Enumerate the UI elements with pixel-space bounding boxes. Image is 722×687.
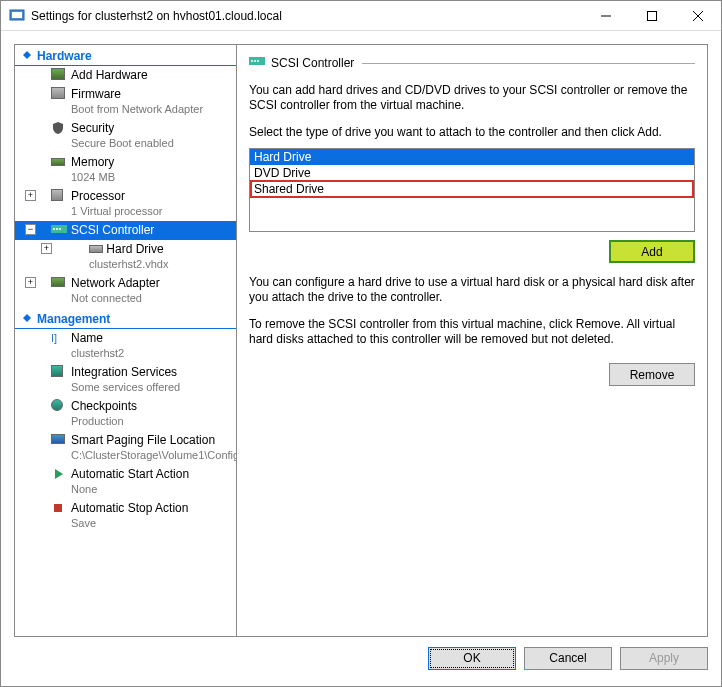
memory-icon — [51, 155, 67, 171]
panel-desc-2: Select the type of drive you want to att… — [249, 125, 695, 140]
section-hardware-label: Hardware — [37, 49, 92, 63]
maximize-button[interactable] — [629, 1, 675, 31]
firmware-icon — [51, 87, 67, 103]
management-section-icon — [21, 312, 33, 324]
panel-title: SCSI Controller — [271, 56, 354, 70]
section-management-label: Management — [37, 312, 110, 326]
cancel-button[interactable]: Cancel — [524, 647, 612, 670]
add-button[interactable]: Add — [609, 240, 695, 263]
tree-security[interactable]: Security Secure Boot enabled — [15, 119, 236, 153]
settings-tree: Hardware Add Hardware Firmware Boot from… — [15, 45, 237, 636]
tree-item-label: SCSI Controller — [71, 223, 154, 237]
auto-start-icon — [51, 467, 67, 483]
apply-button[interactable]: Apply — [620, 647, 708, 670]
tree-auto-start[interactable]: Automatic Start Action None — [15, 465, 236, 499]
tree-item-sub: clusterhst2.vhdx — [89, 257, 232, 272]
tree-item-label: Smart Paging File Location — [71, 433, 215, 447]
checkpoints-icon — [51, 399, 67, 415]
tree-network-adapter[interactable]: + Network Adapter Not connected — [15, 274, 236, 308]
name-icon: I] — [51, 331, 67, 347]
option-hard-drive[interactable]: Hard Drive — [250, 149, 694, 165]
panel-desc-3: You can configure a hard drive to use a … — [249, 275, 695, 305]
tree-smart-paging[interactable]: Smart Paging File Location C:\ClusterSto… — [15, 431, 236, 465]
tree-add-hardware[interactable]: Add Hardware — [15, 66, 236, 85]
tree-item-label: Automatic Start Action — [71, 467, 189, 481]
tree-checkpoints[interactable]: Checkpoints Production — [15, 397, 236, 431]
panel-desc-4: To remove the SCSI controller from this … — [249, 317, 695, 347]
option-dvd-drive[interactable]: DVD Drive — [250, 165, 694, 181]
tree-item-label: Processor — [71, 189, 125, 203]
auto-stop-icon — [51, 501, 67, 517]
svg-point-10 — [59, 228, 61, 230]
tree-item-label: Memory — [71, 155, 114, 169]
tree-item-sub: C:\ClusterStorage\Volume1\Config — [71, 448, 232, 463]
expand-toggle[interactable]: + — [25, 277, 36, 288]
drive-type-listbox[interactable]: Hard Drive DVD Drive Shared Drive — [249, 148, 695, 232]
hardware-section-icon — [21, 49, 33, 61]
app-icon — [9, 8, 25, 24]
minimize-button[interactable] — [583, 1, 629, 31]
tree-item-label: Hard Drive — [106, 242, 163, 256]
option-shared-drive[interactable]: Shared Drive — [250, 180, 694, 198]
tree-auto-stop[interactable]: Automatic Stop Action Save — [15, 499, 236, 533]
svg-point-17 — [254, 60, 256, 62]
tree-item-sub: None — [71, 482, 232, 497]
scsi-icon — [249, 55, 265, 71]
tree-firmware[interactable]: Firmware Boot from Network Adapter — [15, 85, 236, 119]
panel-desc-1: You can add hard drives and CD/DVD drive… — [249, 83, 695, 113]
tree-integration-services[interactable]: Integration Services Some services offer… — [15, 363, 236, 397]
svg-point-18 — [257, 60, 259, 62]
network-adapter-icon — [51, 276, 67, 292]
svg-rect-14 — [54, 504, 62, 512]
tree-hard-drive[interactable]: + Hard Drive clusterhst2.vhdx — [15, 240, 236, 274]
tree-processor[interactable]: + Processor 1 Virtual processor — [15, 187, 236, 221]
divider — [362, 63, 695, 64]
tree-item-sub: clusterhst2 — [71, 346, 232, 361]
tree-item-sub: Save — [71, 516, 232, 531]
remove-button[interactable]: Remove — [609, 363, 695, 386]
expand-toggle[interactable]: + — [25, 190, 36, 201]
expand-toggle[interactable]: − — [25, 224, 36, 235]
dialog-button-row: OK Cancel Apply — [14, 641, 708, 675]
tree-item-label: Network Adapter — [71, 276, 160, 290]
ok-button[interactable]: OK — [428, 647, 516, 670]
svg-marker-13 — [55, 469, 63, 479]
tree-item-label: Name — [71, 331, 103, 345]
hard-drive-icon — [89, 242, 103, 256]
titlebar: Settings for clusterhst2 on hvhost01.clo… — [1, 1, 721, 31]
svg-point-8 — [53, 228, 55, 230]
section-hardware: Hardware — [15, 45, 236, 66]
integration-icon — [51, 365, 67, 381]
svg-text:I]: I] — [51, 332, 57, 344]
tree-item-sub: Production — [71, 414, 232, 429]
tree-item-sub: Boot from Network Adapter — [71, 102, 232, 117]
tree-item-label: Add Hardware — [71, 68, 148, 82]
tree-scsi-controller[interactable]: − SCSI Controller — [15, 221, 236, 240]
svg-rect-3 — [648, 11, 657, 20]
tree-item-label: Security — [71, 121, 114, 135]
tree-item-label: Automatic Stop Action — [71, 501, 188, 515]
tree-name[interactable]: I] Name clusterhst2 — [15, 329, 236, 363]
smart-paging-icon — [51, 433, 67, 449]
close-button[interactable] — [675, 1, 721, 31]
detail-panel: SCSI Controller You can add hard drives … — [237, 45, 707, 636]
svg-point-9 — [56, 228, 58, 230]
svg-marker-6 — [23, 51, 31, 59]
panel-header: SCSI Controller — [249, 55, 695, 71]
tree-memory[interactable]: Memory 1024 MB — [15, 153, 236, 187]
tree-item-sub: 1 Virtual processor — [71, 204, 232, 219]
window-title: Settings for clusterhst2 on hvhost01.clo… — [31, 9, 583, 23]
tree-item-label: Firmware — [71, 87, 121, 101]
svg-marker-11 — [23, 314, 31, 322]
add-hardware-icon — [51, 68, 67, 84]
svg-rect-1 — [12, 12, 22, 18]
tree-item-sub: Secure Boot enabled — [71, 136, 232, 151]
tree-item-sub: Some services offered — [71, 380, 232, 395]
tree-item-sub: Not connected — [71, 291, 232, 306]
tree-item-sub: 1024 MB — [71, 170, 232, 185]
scsi-icon — [51, 223, 67, 239]
expand-toggle[interactable]: + — [41, 243, 52, 254]
security-icon — [51, 121, 67, 137]
tree-item-label: Checkpoints — [71, 399, 137, 413]
svg-point-16 — [251, 60, 253, 62]
